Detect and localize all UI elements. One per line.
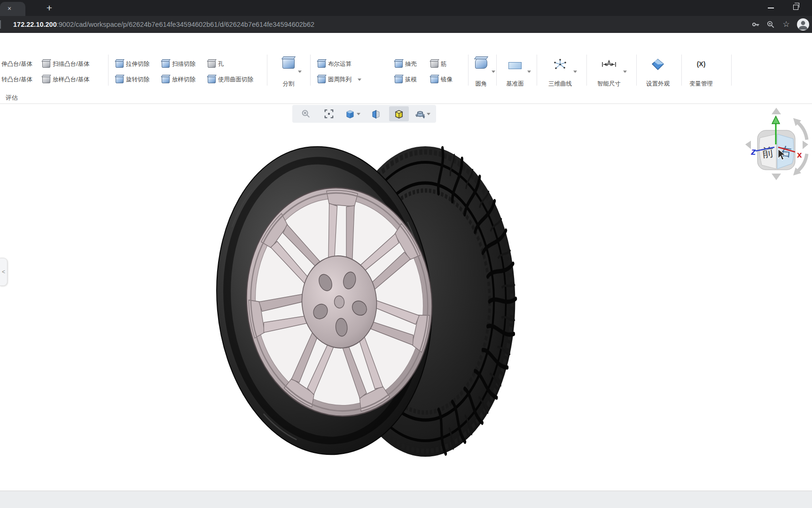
ribbon-revolve-cut[interactable]: 旋转切除 <box>116 74 149 85</box>
ribbon-separator <box>537 55 537 86</box>
smart-dimension-label: 智能尺寸 <box>597 80 621 88</box>
shell-label: 抽壳 <box>405 60 417 68</box>
draft-icon <box>395 76 403 83</box>
smart-dimension-chevron-icon[interactable] <box>623 71 627 73</box>
split-label: 分割 <box>283 80 295 88</box>
ribbon-separator <box>310 55 311 86</box>
section-view-button[interactable] <box>366 106 386 121</box>
viewcube-rotate-cw-arrow[interactable] <box>797 122 807 140</box>
viewcube-right-arrow[interactable] <box>803 141 808 149</box>
axis-z-label: z <box>750 146 756 157</box>
draft-label: 拔模 <box>405 76 417 84</box>
new-tab-button[interactable]: + <box>43 2 55 14</box>
ribbon-loft-boss[interactable]: 放样凸台/基体 <box>42 74 89 85</box>
ribbon-split[interactable]: 分割 <box>269 56 308 89</box>
ribbon-shell[interactable]: 抽壳 <box>395 59 417 69</box>
panel-collapse-flap[interactable]: < <box>0 258 8 286</box>
hole-icon <box>208 61 216 68</box>
ribbon-mirror[interactable]: 镜像 <box>430 74 453 85</box>
star-glyph: ☆ <box>781 20 791 29</box>
loft-boss-icon <box>42 76 50 83</box>
ribbon-3d-curve[interactable]: 三维曲线 <box>540 56 580 89</box>
datum-plane-label: 基准面 <box>506 80 524 88</box>
view-orientation-chevron-icon[interactable] <box>357 113 360 115</box>
loft-cut-icon <box>162 76 170 83</box>
ribbon-separator <box>267 55 267 86</box>
render-mode-button[interactable] <box>413 106 432 121</box>
hole-label: 孔 <box>218 60 224 68</box>
window-restore-button[interactable] <box>793 5 798 10</box>
curve-3d-chevron-icon[interactable] <box>573 71 577 73</box>
ribbon-variable-management[interactable]: (X) 变量管理 <box>681 56 721 89</box>
set-appearance-label: 设置外观 <box>646 80 670 88</box>
viewcube-left-arrow[interactable] <box>745 141 751 149</box>
3d-canvas[interactable]: 前 右 z x <box>0 104 812 491</box>
fillet-chevron-icon[interactable] <box>492 71 495 73</box>
tab-evaluate[interactable]: 评估 <box>6 94 18 102</box>
ribbon-hole[interactable]: 孔 <box>208 59 224 69</box>
circular-pattern-chevron-icon[interactable] <box>358 79 361 81</box>
variable-icon: (X) <box>697 60 706 68</box>
ribbon-draft[interactable]: 拔模 <box>395 74 417 85</box>
browser-address-bar[interactable]: 172.22.10.200:9002/cad/workspace/p/62624… <box>0 16 812 33</box>
ribbon-separator <box>586 55 587 86</box>
ribbon-loft-cut[interactable]: 放样切除 <box>162 74 195 85</box>
ribbon-sweep-boss[interactable]: 扫描凸台/基体 <box>42 59 89 69</box>
url-path: :9002/cad/workspace/p/62624b7e614fe34594… <box>57 21 314 28</box>
feature-ribbon: 伸凸台/基体 转凸台/基体 扫描凸台/基体 放样凸台/基体 拉伸切除 旋转切除 … <box>0 51 812 92</box>
split-chevron-icon[interactable] <box>298 71 302 73</box>
ribbon-surface-cut[interactable]: 使用曲面切除 <box>208 74 253 85</box>
document-header: 公开 返回 新建文档 导入/导出 最近保存于05-09 11:06 轮毂 0 <box>0 33 812 51</box>
mirror-icon <box>430 76 438 83</box>
fillet-icon <box>475 58 487 69</box>
surface-cut-label: 使用曲面切除 <box>218 76 253 84</box>
ribbon-separator <box>636 55 637 86</box>
browser-profile-avatar[interactable] <box>797 18 809 31</box>
zoom-page-icon[interactable] <box>766 20 775 29</box>
ribbon-set-appearance[interactable]: 设置外观 <box>638 56 678 89</box>
display-style-button[interactable] <box>389 106 409 121</box>
split-icon <box>282 58 295 69</box>
ribbon-separator <box>108 55 109 86</box>
view-orientation-button[interactable] <box>343 106 362 121</box>
rib-icon <box>430 61 438 68</box>
ribbon-circular-pattern[interactable]: 圆周阵列 <box>318 74 361 85</box>
sweep-cut-label: 扫描切除 <box>172 60 195 68</box>
ribbon-extrude-boss[interactable]: 伸凸台/基体 <box>1 59 32 69</box>
ribbon-smart-dimension[interactable]: 智能尺寸 <box>589 56 629 89</box>
set-appearance-icon <box>651 58 664 72</box>
window-minimize-button[interactable] <box>768 8 774 8</box>
zoom-fit-button[interactable] <box>319 106 339 121</box>
3d-viewport[interactable]: 前 右 z x <box>0 104 812 491</box>
loft-cut-label: 放样切除 <box>172 76 195 84</box>
viewcube-down-arrow[interactable] <box>772 174 781 180</box>
ribbon-revolve-boss[interactable]: 转凸台/基体 <box>1 74 32 85</box>
bookmark-star-icon[interactable]: ☆ <box>781 20 791 29</box>
ribbon-sweep-cut[interactable]: 扫描切除 <box>162 59 195 69</box>
site-info-divider <box>0 20 1 29</box>
sweep-boss-label: 扫描凸台/基体 <box>53 60 89 68</box>
circular-pattern-label: 圆周阵列 <box>328 76 351 84</box>
view-toolbar <box>292 105 436 123</box>
viewcube-front-label[interactable]: 前 <box>761 145 774 160</box>
ribbon-rib[interactable]: 筋 <box>430 59 447 69</box>
bottom-strip <box>0 491 812 508</box>
render-mode-chevron-icon[interactable] <box>427 113 430 115</box>
curve-3d-icon <box>553 58 567 72</box>
browser-tab[interactable]: × <box>0 2 25 16</box>
circular-pattern-icon <box>318 76 326 83</box>
password-key-icon[interactable] <box>751 20 760 29</box>
zoom-window-button[interactable] <box>296 106 316 121</box>
viewcube-up-arrow[interactable] <box>772 108 781 114</box>
ribbon-extrude-cut[interactable]: 拉伸切除 <box>116 59 149 69</box>
ribbon-datum-plane[interactable]: 基准面 <box>495 56 535 89</box>
surface-cut-icon <box>208 76 216 83</box>
url-text[interactable]: 172.22.10.200:9002/cad/workspace/p/62624… <box>13 16 314 33</box>
revolve-cut-label: 旋转切除 <box>126 76 149 84</box>
datum-plane-chevron-icon[interactable] <box>527 71 531 73</box>
ribbon-boolean[interactable]: 布尔运算 <box>318 59 351 69</box>
view-cube[interactable]: 前 右 z x <box>745 108 808 180</box>
browser-tab-strip: × + <box>0 0 812 16</box>
loft-boss-label: 放样凸台/基体 <box>53 76 89 84</box>
tab-close-icon[interactable]: × <box>8 5 11 12</box>
